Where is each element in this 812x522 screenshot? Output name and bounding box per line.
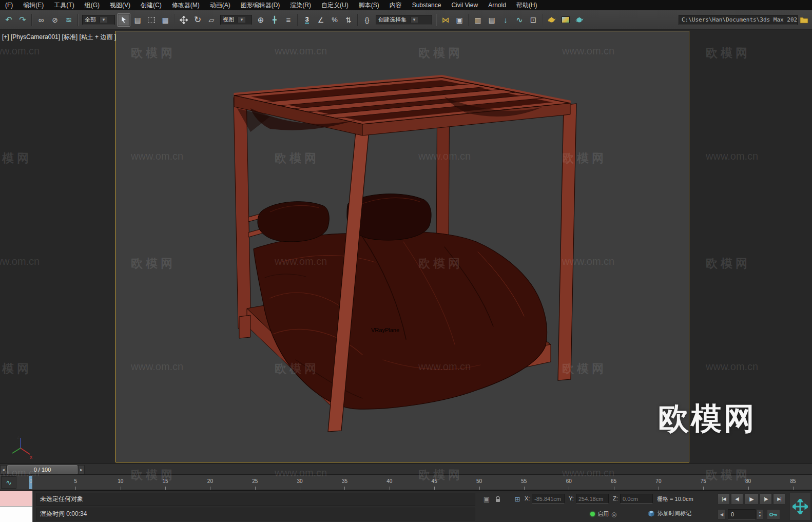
select-and-manipulate-icon[interactable]: ╋ — [268, 13, 281, 27]
toolbar-separator — [436, 14, 437, 26]
tick-label: 75 — [701, 478, 706, 484]
previous-frame-button[interactable]: ◀| — [731, 493, 743, 505]
menu-item-edit[interactable]: 编辑(E) — [18, 0, 49, 10]
go-to-end-button[interactable]: ▶| — [773, 493, 785, 505]
tick-mark — [659, 487, 659, 490]
menu-item-views[interactable]: 视图(V) — [105, 0, 136, 10]
spinner-down-icon[interactable]: ▼ — [759, 514, 762, 518]
mini-curve-editor-button[interactable]: ∿ — [1, 476, 16, 489]
previous-key-button[interactable]: ◀ — [718, 509, 726, 519]
menu-item-file[interactable]: (F) — [0, 0, 18, 10]
schematic-view-icon[interactable]: ⊡ — [527, 13, 540, 27]
curve-editor-icon[interactable]: ∿ — [513, 13, 526, 27]
named-selection-sets-dropdown-label: 创建选择集 — [378, 16, 407, 24]
menu-item-civil-view[interactable]: Civil View — [446, 0, 483, 10]
menu-item-animation[interactable]: 动画(A) — [205, 0, 236, 10]
select-object-icon[interactable] — [117, 13, 130, 27]
align-icon[interactable]: ▣ — [453, 13, 466, 27]
menu-item-customize[interactable]: 自定义(U) — [316, 0, 354, 10]
selection-filter-dropdown-arrow-icon[interactable]: ▼ — [100, 17, 107, 23]
edit-named-selection-sets-icon[interactable]: {} — [360, 13, 374, 27]
render-production-icon[interactable] — [573, 13, 586, 27]
select-and-move-icon[interactable] — [177, 13, 190, 27]
menu-item-scripting[interactable]: 脚本(S) — [354, 0, 384, 10]
spinner-snap-icon[interactable]: ⇅ — [342, 13, 355, 27]
reference-coordinate-dropdown-arrow-icon[interactable]: ▼ — [238, 17, 245, 23]
snaps-toggle-icon[interactable]: 3 — [300, 13, 314, 27]
selection-filter-dropdown[interactable]: 全部▼ — [82, 15, 115, 25]
percent-snap-icon[interactable]: % — [328, 13, 341, 27]
frame-spinner[interactable]: ▲ ▼ — [757, 509, 763, 519]
time-tag-cluster[interactable]: 添加时间标记 — [648, 510, 691, 517]
menu-item-substance[interactable]: Substance — [407, 0, 447, 10]
bind-to-space-warp-icon[interactable]: ≋ — [62, 13, 75, 27]
site-logo-watermark: 欧模网 — [658, 398, 757, 440]
redo-icon[interactable]: ↷ — [16, 13, 29, 27]
macro-recorder-pane[interactable] — [0, 491, 32, 507]
menu-item-create[interactable]: 创建(C) — [136, 0, 167, 10]
tick-label: 60 — [566, 478, 572, 484]
toolbar-separator — [174, 14, 175, 26]
track-bar[interactable]: ∿ 0510152025303540455055606570758085 — [0, 475, 812, 490]
menu-item-modifiers[interactable]: 修改器(M) — [167, 0, 205, 10]
target-icon[interactable]: ◎ — [611, 511, 616, 518]
unlink-selection-icon[interactable]: ⊘ — [48, 13, 62, 27]
menu-item-arnold[interactable]: Arnold — [483, 0, 511, 10]
pan-view-button[interactable] — [789, 493, 811, 520]
go-to-start-button[interactable]: |◀ — [718, 493, 730, 505]
menu-item-graph-editors[interactable]: 图形编辑器(D) — [236, 0, 285, 10]
key-mode-button[interactable] — [767, 509, 780, 519]
camera-viewport[interactable]: VRayPlane — [115, 31, 689, 462]
y-coord-field[interactable]: 254.18cm — [576, 494, 609, 504]
reference-coordinate-dropdown[interactable]: 视图▼ — [220, 15, 252, 25]
maxscript-mini-listener[interactable] — [0, 491, 33, 522]
angle-snap-icon[interactable]: ∠ — [314, 13, 327, 27]
project-path-field[interactable]: C:\Users\Han\Documents\3ds Max 2022 ▼ — [679, 15, 798, 25]
time-slider-next-icon[interactable]: ▸ — [78, 465, 85, 474]
time-slider[interactable]: ◂ 0 / 100 ▸ — [0, 463, 812, 475]
select-and-scale-icon[interactable]: ▱ — [205, 13, 218, 27]
named-selection-sets-dropdown-arrow-icon[interactable]: ▼ — [410, 17, 418, 23]
menu-item-content[interactable]: 内容 — [384, 0, 407, 10]
menu-item-help[interactable]: 帮助(H) — [511, 0, 543, 10]
mirror-icon[interactable]: ⋈ — [439, 13, 452, 27]
menu-item-rendering[interactable]: 渲染(R) — [285, 0, 316, 10]
menu-item-group[interactable]: 组(G) — [80, 0, 105, 10]
spinner-up-icon[interactable]: ▲ — [759, 511, 762, 514]
project-path-text: C:\Users\Han\Documents\3ds Max 2022 — [682, 16, 798, 23]
named-selection-sets-dropdown[interactable]: 创建选择集▼ — [376, 15, 432, 25]
select-and-rotate-icon[interactable]: ↻ — [191, 13, 204, 27]
time-slider-handle[interactable]: 0 / 100 — [7, 465, 78, 474]
tick-mark — [569, 487, 569, 490]
add-time-tag-label[interactable]: 添加时间标记 — [658, 510, 691, 517]
rendered-frame-window-icon[interactable] — [559, 13, 572, 27]
toggle-layer-explorer-icon[interactable]: ▤ — [485, 13, 498, 27]
time-slider-prev-icon[interactable]: ◂ — [0, 465, 7, 474]
toggle-ribbon-icon[interactable]: ↓ — [499, 13, 512, 27]
viewport-label[interactable]: [+] [PhysCamera001] [标准] [粘土 + 边面 ] — [2, 33, 116, 42]
selection-region-icon[interactable] — [145, 13, 158, 27]
select-by-name-icon[interactable]: ▤ — [131, 13, 144, 27]
transform-typein-icon[interactable]: ⊞ — [512, 494, 523, 504]
tick-label: 80 — [745, 478, 751, 484]
render-setup-icon[interactable] — [545, 13, 558, 27]
menu-item-tools[interactable]: 工具(T) — [49, 0, 79, 10]
toggle-scene-explorer-icon[interactable]: ▥ — [471, 13, 485, 27]
undo-icon[interactable]: ↶ — [2, 13, 15, 27]
select-and-link-icon[interactable]: ∞ — [34, 13, 48, 27]
x-coord-field[interactable]: -85.841cm — [532, 494, 565, 504]
z-coord-label: Z: — [613, 495, 618, 501]
bed-model-canvas: VRayPlane — [116, 31, 690, 463]
open-folder-icon[interactable] — [798, 14, 810, 26]
play-animation-button[interactable]: ▶ — [744, 493, 759, 505]
next-frame-button[interactable]: |▶ — [760, 493, 772, 505]
selection-lock-icon[interactable] — [493, 494, 503, 504]
keyboard-shortcut-override-icon[interactable]: ≡ — [282, 13, 295, 27]
listener-pane[interactable] — [0, 507, 32, 522]
use-pivot-center-icon[interactable]: ⊕ — [254, 13, 267, 27]
isolate-selection-icon[interactable]: ▣ — [481, 494, 492, 504]
z-coord-field[interactable]: 0.0cm — [620, 494, 653, 504]
current-frame-field[interactable]: 0 — [728, 509, 756, 519]
tick-mark — [300, 487, 300, 490]
window-crossing-icon[interactable]: ▦ — [159, 13, 172, 27]
